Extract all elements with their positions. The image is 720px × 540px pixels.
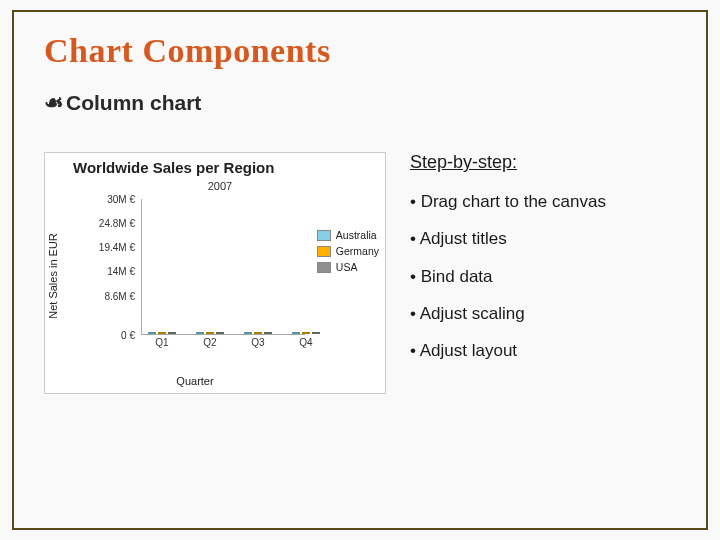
step-item: • Bind data <box>410 266 676 287</box>
legend: Australia Germany USA <box>317 229 379 277</box>
bar <box>264 332 272 334</box>
chart-title: Worldwide Sales per Region <box>45 153 385 176</box>
x-axis-label: Quarter <box>45 375 305 387</box>
bars-container <box>142 199 305 334</box>
bar <box>244 332 252 334</box>
y-tick: 24.8M € <box>99 217 135 228</box>
step-item: • Adjust layout <box>410 340 676 361</box>
legend-item: USA <box>317 261 379 273</box>
steps-heading: Step-by-step: <box>410 152 676 173</box>
legend-label: Australia <box>336 229 377 241</box>
bar <box>196 332 204 334</box>
x-ticks: Q1Q2Q3Q4 <box>141 335 305 353</box>
x-tick: Q1 <box>155 337 168 348</box>
bar <box>206 332 214 334</box>
step-item: • Adjust scaling <box>410 303 676 324</box>
y-tick: 14M € <box>107 266 135 277</box>
bar <box>254 332 262 334</box>
body-row: Worldwide Sales per Region 2007 Net Sale… <box>44 152 676 394</box>
y-tick: 8.6M € <box>104 290 135 301</box>
bar <box>292 332 300 334</box>
bullet-icon: ☙ <box>44 90 64 115</box>
legend-item: Australia <box>317 229 379 241</box>
y-tick: 30M € <box>107 194 135 205</box>
bar <box>302 332 310 334</box>
bar <box>312 332 320 334</box>
slide-content: Chart Components ☙Column chart Worldwide… <box>16 14 704 526</box>
bar <box>158 332 166 334</box>
plot-wrap: Net Sales in EUR 30M € 24.8M € 19.4M € 1… <box>67 199 305 353</box>
bar <box>216 332 224 334</box>
legend-label: Germany <box>336 245 379 257</box>
bar <box>148 332 156 334</box>
y-axis-label: Net Sales in EUR <box>47 233 59 319</box>
legend-item: Germany <box>317 245 379 257</box>
legend-swatch-icon <box>317 230 331 241</box>
plot-area <box>141 199 305 335</box>
y-tick: 19.4M € <box>99 242 135 253</box>
steps-column: Step-by-step: • Drag chart to the canvas… <box>410 152 676 394</box>
y-ticks: 30M € 24.8M € 19.4M € 14M € 8.6M € 0 € <box>67 199 139 335</box>
page-title: Chart Components <box>44 32 676 70</box>
y-tick: 0 € <box>121 330 135 341</box>
subtitle: ☙Column chart <box>44 90 676 116</box>
x-tick: Q4 <box>299 337 312 348</box>
bar <box>168 332 176 334</box>
x-tick: Q3 <box>251 337 264 348</box>
legend-swatch-icon <box>317 246 331 257</box>
step-item: • Drag chart to the canvas <box>410 191 676 212</box>
step-item: • Adjust titles <box>410 228 676 249</box>
x-tick: Q2 <box>203 337 216 348</box>
legend-label: USA <box>336 261 358 273</box>
chart-card: Worldwide Sales per Region 2007 Net Sale… <box>44 152 386 394</box>
subtitle-text: Column chart <box>66 91 201 114</box>
chart-subtitle: 2007 <box>45 180 385 192</box>
legend-swatch-icon <box>317 262 331 273</box>
